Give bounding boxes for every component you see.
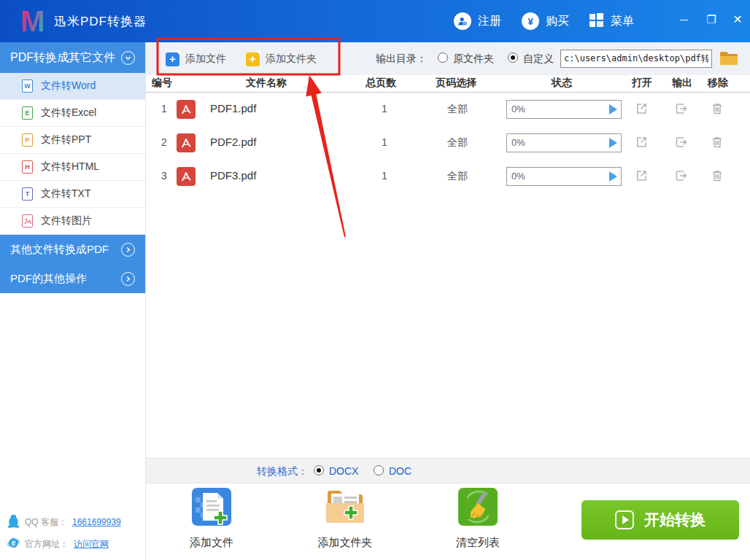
add-folder-button[interactable]: + 添加文件夹 [246, 50, 317, 69]
radio-doc[interactable] [374, 465, 384, 475]
browse-folder-icon[interactable] [719, 50, 738, 69]
excel-doc-icon: E [22, 106, 33, 120]
buy-button[interactable]: ¥ 购买 [522, 10, 569, 32]
col-status: 状态 [540, 77, 584, 90]
sidebar-item-label: 文件转TXT [41, 187, 90, 201]
chevron-right-icon [121, 243, 135, 257]
radio-custom-folder[interactable] [508, 52, 518, 63]
open-file-icon[interactable] [634, 101, 650, 117]
trash-icon[interactable] [710, 168, 726, 184]
add-file-button[interactable]: + 添加文件 [166, 50, 226, 69]
app-window: M 迅米PDF转换器 注册 ¥ 购买 菜单 ─ ❐ ✕ PDF转换成其它文件 [0, 0, 750, 560]
add-file-big-icon [191, 487, 232, 526]
register-button[interactable]: 注册 [454, 10, 501, 32]
format-bar: 转换格式： DOCX DOC [146, 458, 750, 483]
page-range[interactable]: 全部 [436, 136, 479, 149]
sidebar-item-txt[interactable]: T 文件转TXT [0, 181, 145, 208]
qq-icon [7, 514, 20, 530]
app-logo-icon: M [16, 4, 50, 38]
row-number: 3 [153, 170, 175, 182]
play-icon [615, 510, 634, 529]
page-range[interactable]: 全部 [436, 103, 479, 116]
clear-list-icon [457, 487, 498, 526]
page-count: 1 [363, 103, 406, 114]
sidebar-item-label: 文件转Excel [41, 106, 96, 120]
app-title: 迅米PDF转换器 [54, 13, 147, 30]
sidebar-item-ppt[interactable]: P 文件转PPT [0, 127, 145, 154]
maximize-button[interactable]: ❐ [699, 9, 724, 31]
play-icon[interactable] [609, 104, 617, 114]
qq-number-link[interactable]: 1661699939 [72, 517, 121, 527]
qq-label: QQ 客服： [25, 516, 67, 529]
page-range[interactable]: 全部 [436, 170, 479, 183]
radio-original-folder[interactable] [438, 52, 448, 63]
add-folder-icon: + [246, 52, 260, 66]
page-count: 1 [363, 170, 406, 182]
menu-button[interactable]: 菜单 [588, 10, 634, 32]
sidebar-item-image[interactable]: 文件转图片 [0, 208, 145, 235]
open-file-icon[interactable] [634, 135, 650, 151]
col-open: 打开 [627, 77, 657, 90]
section-label: PDF的其他操作 [10, 272, 87, 286]
col-pages: 总页数 [359, 77, 403, 90]
progress-bar: 0% [506, 100, 622, 119]
titlebar: M 迅米PDF转换器 注册 ¥ 购买 菜单 ─ ❐ ✕ [0, 0, 750, 42]
ppt-doc-icon: P [22, 133, 33, 147]
start-convert-label: 开始转换 [644, 510, 705, 530]
radio-original-folder-label[interactable]: 原文件夹 [453, 52, 494, 66]
chevron-right-icon [121, 272, 135, 286]
minimize-button[interactable]: ─ [671, 9, 696, 31]
table-header: 编号 文件名称 总页数 页码选择 状态 打开 输出 移除 [146, 75, 750, 93]
table-row: 1 PDF1.pdf 1 全部 0% [146, 93, 750, 126]
trash-icon[interactable] [710, 135, 726, 151]
radio-docx-label[interactable]: DOCX [329, 465, 358, 477]
sidebar-item-word[interactable]: W 文件转Word [0, 73, 145, 100]
output-file-icon[interactable] [674, 135, 690, 151]
sidebar-item-label: 文件转PPT [41, 133, 91, 147]
close-button[interactable]: ✕ [725, 9, 750, 31]
official-site-link[interactable]: 访问官网 [74, 538, 109, 551]
add-folder-big-icon [325, 487, 366, 526]
progress-bar: 0% [506, 167, 622, 186]
col-output: 输出 [668, 77, 697, 90]
trash-icon[interactable] [710, 101, 726, 117]
file-name: PDF2.pdf [210, 136, 256, 148]
html-doc-icon: H [22, 160, 33, 174]
user-plus-icon [454, 12, 471, 30]
clear-list-button[interactable]: 清空列表 [438, 487, 518, 550]
pdf-file-icon [177, 100, 196, 119]
file-name: PDF3.pdf [210, 169, 256, 182]
word-doc-icon: W [22, 79, 33, 93]
add-file-big-button[interactable]: 添加文件 [171, 487, 252, 550]
sidebar-section-pdf-to-other[interactable]: PDF转换成其它文件 [0, 42, 145, 73]
radio-custom-folder-label[interactable]: 自定义 [523, 52, 554, 66]
sidebar-section-pdf-ops[interactable]: PDF的其他操作 [0, 264, 145, 293]
site-label: 官方网址： [25, 538, 69, 551]
radio-docx[interactable] [314, 465, 324, 475]
progress-bar: 0% [506, 133, 622, 152]
output-dir-label: 输出目录： [376, 52, 427, 66]
sidebar-section-other-to-pdf[interactable]: 其他文件转换成PDF [0, 235, 145, 264]
toolbar: + 添加文件 + 添加文件夹 输出目录： 原文件夹 自定义 [146, 42, 750, 75]
col-number: 编号 [152, 77, 181, 90]
play-icon[interactable] [609, 138, 617, 148]
sidebar-item-html[interactable]: H 文件转HTML [0, 154, 145, 181]
output-path-input[interactable] [560, 50, 712, 68]
add-file-big-label: 添加文件 [171, 536, 252, 550]
buy-label: 购买 [546, 14, 569, 29]
page-count: 1 [363, 136, 406, 148]
add-folder-big-button[interactable]: 添加文件夹 [305, 487, 385, 550]
open-file-icon[interactable] [634, 168, 650, 184]
sidebar-item-label: 文件转Word [41, 79, 96, 93]
radio-doc-label[interactable]: DOC [389, 465, 411, 477]
table-row: 3 PDF3.pdf 1 全部 0% [146, 160, 750, 193]
section-label: PDF转换成其它文件 [10, 50, 115, 66]
start-convert-button[interactable]: 开始转换 [581, 500, 739, 540]
sidebar-item-excel[interactable]: E 文件转Excel [0, 100, 145, 127]
file-name: PDF1.pdf [210, 102, 256, 114]
sidebar: PDF转换成其它文件 W 文件转Word E 文件转Excel P 文件转PPT… [0, 42, 146, 560]
output-file-icon[interactable] [674, 168, 690, 184]
output-file-icon[interactable] [674, 101, 690, 117]
add-file-label: 添加文件 [185, 52, 226, 66]
play-icon[interactable] [609, 171, 617, 182]
